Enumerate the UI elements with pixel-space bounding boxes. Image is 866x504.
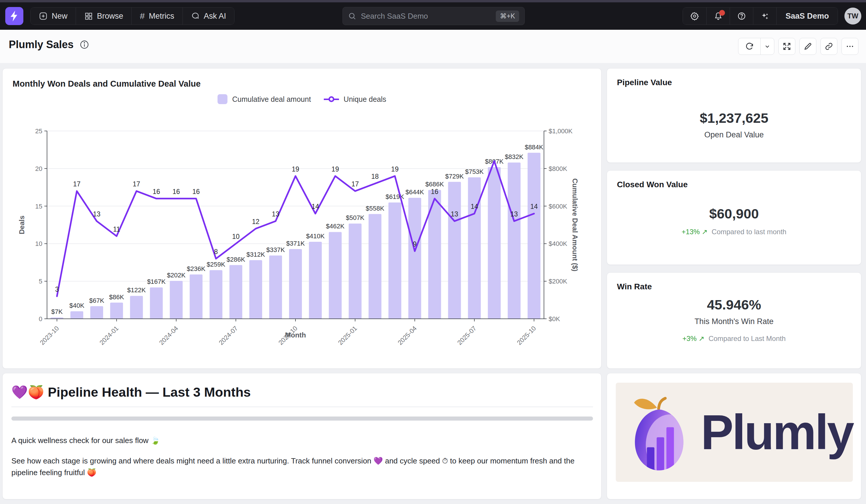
kpi-compare-row: +13% ↗Compared to last month	[607, 228, 861, 236]
svg-text:2025-04: 2025-04	[396, 325, 418, 346]
svg-text:17: 17	[133, 180, 141, 188]
kpi-compare-row: +3% ↗Compared to Last Month	[607, 334, 861, 343]
svg-text:$507K: $507K	[346, 214, 364, 221]
help-icon	[737, 12, 746, 20]
brand-card: Plumly	[607, 373, 861, 499]
nav-item-metrics[interactable]: # Metrics	[131, 8, 182, 24]
svg-text:2024-07: 2024-07	[218, 325, 240, 346]
combo-chart[interactable]: $7K$40K$67K$86K$122K$167K$202K$236K$259K…	[3, 69, 602, 369]
refresh-split-button[interactable]	[738, 38, 774, 55]
kpi-delta: +3% ↗	[682, 334, 704, 342]
svg-text:8: 8	[214, 248, 218, 255]
svg-text:12: 12	[252, 218, 259, 226]
svg-text:$0K: $0K	[548, 315, 560, 323]
svg-text:$67K: $67K	[89, 297, 104, 304]
svg-text:$167K: $167K	[147, 278, 166, 285]
svg-text:18: 18	[371, 173, 379, 180]
window-top-strip	[0, 0, 866, 2]
svg-text:$236K: $236K	[187, 265, 206, 272]
nav-item-label: Ask AI	[204, 12, 226, 21]
kpi-value: $1,237,625	[607, 110, 861, 126]
nav-item-label: New	[52, 12, 67, 21]
health-paragraph-1: A quick wellness check for our sales flo…	[11, 435, 589, 446]
svg-text:2025-01: 2025-01	[337, 325, 358, 346]
svg-text:14: 14	[471, 203, 478, 210]
svg-text:19: 19	[331, 165, 339, 173]
svg-text:2025-07: 2025-07	[456, 325, 478, 346]
workspace-name: SaaS Demo	[786, 12, 829, 21]
sparkles-icon	[760, 12, 769, 20]
svg-text:$202K: $202K	[167, 272, 186, 279]
brand-wordmark: Plumly	[701, 404, 853, 460]
share-link-button[interactable]	[820, 38, 837, 55]
kpi-title: Closed Won Value	[617, 180, 688, 189]
svg-text:$729K: $729K	[445, 173, 464, 180]
nav-menu-group: New Browse # Metrics Ask AI	[30, 7, 234, 25]
svg-text:2024-01: 2024-01	[98, 325, 120, 346]
ai-sparkles-button[interactable]	[753, 8, 776, 24]
nav-item-browse[interactable]: Browse	[76, 8, 131, 24]
svg-text:$644K: $644K	[406, 188, 424, 196]
svg-text:19: 19	[391, 165, 399, 173]
app-logo[interactable]	[5, 7, 23, 25]
svg-text:$200K: $200K	[548, 278, 567, 285]
svg-text:10: 10	[232, 233, 240, 240]
svg-text:$122K: $122K	[127, 286, 146, 294]
section-heading: 💜🍑 Pipeline Health — Last 3 Months	[11, 385, 251, 400]
top-nav-bar: New Browse # Metrics Ask AI	[0, 2, 866, 30]
workspace-button[interactable]: SaaS Demo	[776, 8, 838, 24]
bar-chart-bar	[657, 437, 664, 471]
pencil-icon	[803, 42, 812, 51]
search-input[interactable]	[361, 12, 496, 21]
refresh-options-chevron[interactable]	[760, 38, 774, 55]
nav-item-label: Metrics	[149, 12, 174, 21]
global-search[interactable]: ⌘+K	[343, 7, 525, 25]
expand-icon	[782, 42, 791, 51]
gear-icon	[690, 12, 699, 20]
svg-text:13: 13	[93, 210, 100, 218]
svg-text:$600K: $600K	[548, 203, 567, 210]
health-paragraph-2: See how each stage is growing and where …	[11, 455, 589, 478]
settings-button[interactable]	[683, 8, 706, 24]
info-icon[interactable]	[79, 40, 89, 49]
nav-item-new[interactable]: New	[31, 8, 76, 24]
svg-text:2023-10: 2023-10	[38, 325, 60, 346]
nav-right-group: SaaS Demo	[682, 7, 838, 25]
page-title: Plumly Sales	[9, 38, 74, 51]
refresh-icon[interactable]	[739, 38, 760, 55]
svg-text:16: 16	[173, 188, 180, 195]
lightning-bolt-icon	[9, 10, 19, 22]
link-icon	[824, 42, 833, 51]
kpi-sublabel: This Month's Win Rate	[607, 317, 861, 326]
help-button[interactable]	[730, 8, 753, 24]
svg-text:13: 13	[272, 210, 279, 218]
more-options-button[interactable]	[842, 38, 858, 55]
kpi-title: Win Rate	[617, 282, 652, 291]
svg-text:$1,000K: $1,000K	[548, 127, 573, 135]
expand-button[interactable]	[778, 38, 795, 55]
svg-text:20: 20	[35, 165, 42, 172]
notifications-button[interactable]	[706, 8, 730, 24]
bar-chart-bar	[666, 427, 674, 471]
svg-text:Cumulative Deal Amount ($): Cumulative Deal Amount ($)	[571, 178, 579, 271]
dashboard-header: Plumly Sales	[0, 30, 866, 63]
svg-text:10: 10	[35, 240, 42, 247]
divider	[11, 406, 593, 407]
svg-text:2025-10: 2025-10	[515, 325, 537, 346]
chat-sparkle-icon	[191, 12, 200, 20]
svg-text:0: 0	[39, 315, 42, 323]
kpi-card-closed-won-value: Closed Won Value $60,900 +13% ↗Compared …	[607, 170, 861, 265]
chart-card: Monthly Won Deals and Cumulative Deal Va…	[2, 68, 601, 369]
svg-text:$40K: $40K	[69, 302, 85, 309]
svg-text:14: 14	[312, 203, 319, 210]
stem-shape	[659, 398, 665, 409]
svg-text:$800K: $800K	[548, 165, 567, 172]
grid-icon	[84, 12, 93, 20]
kpi-compare-text: Compared to Last Month	[709, 334, 786, 342]
nav-item-ask-ai[interactable]: Ask AI	[182, 8, 234, 24]
edit-button[interactable]	[799, 38, 817, 55]
svg-text:$462K: $462K	[326, 222, 345, 230]
svg-text:$558K: $558K	[366, 205, 385, 212]
svg-text:17: 17	[73, 180, 80, 188]
user-avatar[interactable]: TW	[844, 8, 861, 24]
